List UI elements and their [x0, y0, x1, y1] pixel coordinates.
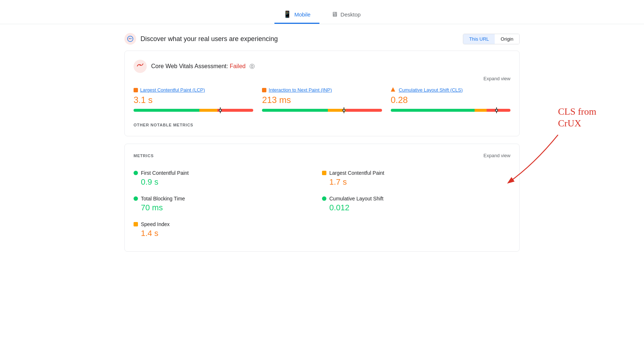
- lcp-icon: [134, 88, 138, 92]
- si-header: Speed Index: [134, 221, 322, 227]
- metrics-card-header: METRICS Expand view: [134, 153, 510, 158]
- cwv-status: Failed: [230, 63, 246, 69]
- lcp2-label: Largest Contentful Paint: [329, 170, 384, 176]
- svg-point-2: [139, 64, 141, 66]
- chart-icon: [124, 33, 136, 45]
- cls2-status-dot: [322, 196, 326, 201]
- lcp-value: 3.1 s: [134, 95, 253, 105]
- cls-bar-marker: [496, 107, 497, 113]
- cls-label[interactable]: Cumulative Layout Shift (CLS): [391, 87, 510, 93]
- section-title-row: Discover what your real users are experi…: [124, 33, 278, 45]
- section-title: Discover what your real users are experi…: [141, 35, 278, 43]
- cwv-card: Core Web Vitals Assessment: Failed ⓪ Exp…: [124, 51, 520, 136]
- si-item: Speed Index 1.4 s: [134, 217, 322, 243]
- inp-metric: Interaction to Next Paint (INP) 213 ms: [262, 87, 382, 112]
- lcp-bar-green: [134, 109, 199, 112]
- mobile-icon: 📱: [283, 10, 291, 18]
- origin-button[interactable]: Origin: [495, 34, 519, 44]
- lcp-bar-red: [217, 109, 253, 112]
- cls2-item: Cumulative Layout Shift 0.012: [322, 191, 510, 217]
- tbt-label: Total Blocking Time: [141, 196, 185, 202]
- si-value: 1.4 s: [134, 229, 322, 238]
- lcp-bar: [134, 109, 253, 112]
- lcp2-item: Largest Contentful Paint 1.7 s: [322, 166, 510, 191]
- url-origin-toggle: This URL Origin: [463, 34, 520, 44]
- lcp-bar-marker: [220, 107, 221, 113]
- inp-bar: [262, 109, 382, 112]
- svg-marker-3: [391, 87, 395, 92]
- svg-point-0: [128, 36, 133, 42]
- cwv-header: Core Web Vitals Assessment: Failed ⓪: [134, 60, 510, 73]
- expand-view-row: Expand view: [134, 76, 510, 81]
- metrics-expand-link[interactable]: Expand view: [483, 153, 510, 158]
- fcp-header: First Contentful Paint: [134, 170, 322, 176]
- this-url-button[interactable]: This URL: [463, 34, 495, 44]
- lcp2-value: 1.7 s: [322, 177, 510, 187]
- metrics-grid: First Contentful Paint 0.9 s Largest Con…: [134, 166, 510, 243]
- cls-triangle-icon: [391, 87, 395, 93]
- cls2-label: Cumulative Layout Shift: [329, 196, 383, 202]
- cls2-value: 0.012: [322, 203, 510, 213]
- tbt-value: 70 ms: [134, 203, 322, 213]
- other-metrics-label: OTHER NOTABLE METRICS: [134, 123, 510, 127]
- tbt-item: Total Blocking Time 70 ms: [134, 191, 322, 217]
- cwv-metrics-row: Largest Contentful Paint (LCP) 3.1 s: [134, 87, 510, 112]
- inp-label[interactable]: Interaction to Next Paint (INP): [262, 87, 382, 93]
- inp-icon: [262, 88, 266, 92]
- fcp-label: First Contentful Paint: [141, 170, 189, 176]
- si-label: Speed Index: [141, 221, 170, 227]
- lcp2-status-dot: [322, 171, 326, 175]
- tab-desktop[interactable]: 🖥 Desktop: [322, 6, 370, 24]
- lcp-bar-orange: [199, 109, 217, 112]
- cls-bar-orange: [475, 109, 487, 112]
- metrics-card: METRICS Expand view First Contentful Pai…: [124, 144, 520, 252]
- tab-bar: 📱 Mobile 🖥 Desktop: [0, 0, 644, 24]
- si-status-dot: [134, 222, 138, 226]
- tbt-status-dot: [134, 196, 138, 201]
- cls-bar-green: [391, 109, 475, 112]
- cls-metric: Cumulative Layout Shift (CLS) 0.28: [391, 87, 510, 112]
- cls2-header: Cumulative Layout Shift: [322, 196, 510, 202]
- cwv-help-icon[interactable]: ⓪: [250, 63, 255, 69]
- cls-crux-text: CLS from: [558, 106, 596, 117]
- tab-mobile[interactable]: 📱 Mobile: [274, 6, 319, 24]
- inp-bar-marker: [344, 107, 344, 113]
- metrics-card-title: METRICS: [134, 154, 154, 158]
- fcp-value: 0.9 s: [134, 177, 322, 187]
- cls-bar-red: [487, 109, 510, 112]
- cls-marker-dot: [495, 109, 498, 112]
- tbt-header: Total Blocking Time: [134, 196, 322, 202]
- cls-crux-text2: CrUX: [558, 118, 581, 129]
- inp-bar-red: [346, 109, 382, 112]
- cwv-title: Core Web Vitals Assessment: Failed ⓪: [151, 63, 255, 70]
- lcp2-header: Largest Contentful Paint: [322, 170, 510, 176]
- svg-point-1: [129, 38, 130, 39]
- desktop-icon: 🖥: [331, 11, 338, 18]
- cls-bar: [391, 109, 510, 112]
- cwv-icon: [134, 60, 147, 73]
- lcp-marker-dot: [219, 109, 222, 112]
- section-header: Discover what your real users are experi…: [124, 33, 520, 45]
- tab-mobile-label: Mobile: [294, 11, 310, 18]
- lcp-label[interactable]: Largest Contentful Paint (LCP): [134, 87, 253, 93]
- lcp-metric: Largest Contentful Paint (LCP) 3.1 s: [134, 87, 253, 112]
- inp-bar-green: [262, 109, 328, 112]
- tab-desktop-label: Desktop: [341, 11, 361, 18]
- inp-value: 213 ms: [262, 95, 382, 105]
- inp-marker-dot: [342, 109, 345, 112]
- cwv-expand-link[interactable]: Expand view: [483, 76, 510, 81]
- fcp-item: First Contentful Paint 0.9 s: [134, 166, 322, 191]
- fcp-status-dot: [134, 171, 138, 175]
- cls-value: 0.28: [391, 95, 510, 105]
